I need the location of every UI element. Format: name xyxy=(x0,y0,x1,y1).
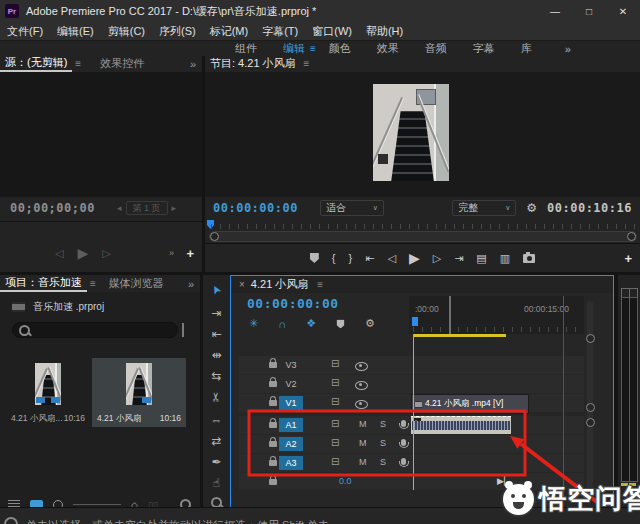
timeline-ruler[interactable]: :00:00 00:00:15:00 xyxy=(409,296,584,334)
track-badge-a1[interactable]: A1 xyxy=(279,418,303,432)
source-step-back-icon[interactable]: ◁ xyxy=(55,247,63,260)
minimize-button[interactable]: — xyxy=(538,0,572,22)
timeline-playhead-handle[interactable] xyxy=(412,317,418,326)
source-step-forward-icon[interactable]: ▷ xyxy=(102,247,110,260)
track-output-eye-icon[interactable] xyxy=(355,362,368,371)
tool-rolling-edit[interactable]: ⇹ xyxy=(203,348,230,362)
track-output-eye-icon[interactable] xyxy=(355,400,368,409)
menu-marker[interactable]: 标记(M) xyxy=(203,24,256,39)
program-add-button[interactable]: + xyxy=(624,251,632,266)
menu-title[interactable]: 字幕(T) xyxy=(255,24,305,39)
sync-lock-icon[interactable]: ⊟ xyxy=(331,358,339,369)
timeline-vscrollbar[interactable] xyxy=(587,301,593,491)
voiceover-mic-icon[interactable] xyxy=(401,439,406,446)
linked-selection-icon[interactable]: ❖ xyxy=(306,317,316,330)
menu-window[interactable]: 窗口(W) xyxy=(305,24,359,39)
mute-button[interactable]: M xyxy=(359,457,367,467)
source-page-selector[interactable]: 第 1 页 xyxy=(126,201,168,215)
program-goto-out-icon[interactable]: ⇥ xyxy=(454,252,463,265)
video-clip[interactable]: 4.21 小风扇 .mp4 [V] xyxy=(411,394,529,414)
track-badge-v2[interactable]: V2 xyxy=(279,377,303,391)
audio-clip[interactable]: fx xyxy=(411,416,511,434)
lock-icon[interactable] xyxy=(269,460,277,466)
track-badge-v3[interactable]: V3 xyxy=(279,358,303,372)
project-overflow-icon[interactable]: » xyxy=(188,278,194,290)
tool-rate-stretch[interactable]: ⇆ xyxy=(203,369,230,383)
track-badge-v1[interactable]: V1 xyxy=(279,396,303,410)
lock-icon[interactable] xyxy=(269,381,277,387)
sync-lock-icon[interactable]: ⊟ xyxy=(331,396,339,407)
program-export-frame-icon[interactable] xyxy=(523,254,535,263)
mute-button[interactable]: M xyxy=(359,438,367,448)
program-settings-wrench-icon[interactable]: ⚙ xyxy=(526,201,537,215)
menu-clip[interactable]: 剪辑(C) xyxy=(101,24,152,39)
tool-pen[interactable]: ✒ xyxy=(203,455,230,469)
track-master[interactable]: 0.0 ▶▏ xyxy=(239,473,584,490)
voiceover-mic-icon[interactable] xyxy=(401,458,406,465)
solo-button[interactable]: S xyxy=(380,457,386,467)
source-add-button[interactable]: + xyxy=(186,246,194,261)
program-extract-icon[interactable]: ▥ xyxy=(500,252,510,265)
voiceover-mic-icon[interactable] xyxy=(401,420,406,427)
source-overflow-icon[interactable]: » xyxy=(190,58,196,70)
tool-track-select-forward[interactable]: ⇥ xyxy=(203,306,230,320)
solo-button[interactable]: S xyxy=(380,419,386,429)
source-prev-page-icon[interactable]: ◂ xyxy=(117,203,122,213)
track-v2[interactable]: V2 ⊟ xyxy=(239,375,584,393)
project-search-box[interactable] xyxy=(12,322,178,338)
keyframe-nav-icon[interactable]: ▶▏ xyxy=(497,476,511,486)
tool-selection[interactable]: ➤ xyxy=(203,283,230,297)
maximize-button[interactable]: □ xyxy=(572,0,606,22)
program-play-icon[interactable]: ▶ xyxy=(409,250,420,266)
workspace-tab-library[interactable]: 库 xyxy=(508,41,545,56)
master-gain-value[interactable]: 0.0 xyxy=(339,476,352,486)
program-step-back-icon[interactable]: ◁ xyxy=(387,252,395,265)
workspace-tab-color[interactable]: 颜色 xyxy=(316,41,364,56)
timeline-settings-wrench-icon[interactable]: ⚙ xyxy=(365,317,375,330)
tool-hand[interactable]: ☝ xyxy=(203,476,230,490)
timeline-menu-icon[interactable]: ≡ xyxy=(317,279,323,290)
timeline-close-icon[interactable]: × xyxy=(239,279,245,290)
workspace-tab-assembly[interactable]: 组件 xyxy=(222,41,270,56)
workspace-tab-titles[interactable]: 字幕 xyxy=(460,41,508,56)
menu-file[interactable]: 文件(F) xyxy=(0,24,50,39)
lock-icon[interactable] xyxy=(269,362,277,368)
work-area-bar[interactable] xyxy=(413,334,506,337)
sync-lock-icon[interactable]: ⊟ xyxy=(331,377,339,388)
program-mark-out-icon[interactable]: } xyxy=(349,252,353,264)
menu-sequence[interactable]: 序列(S) xyxy=(152,24,203,39)
tool-ripple-edit[interactable]: ⇤ xyxy=(203,327,230,341)
close-button[interactable]: ✕ xyxy=(606,0,640,22)
lock-icon[interactable] xyxy=(269,441,277,447)
tool-slip[interactable]: ⇔ xyxy=(203,413,230,427)
tab-media-browser[interactable]: 媒体浏览器 xyxy=(104,276,169,291)
lock-icon[interactable] xyxy=(269,400,277,406)
tab-effect-controls[interactable]: 效果控件 xyxy=(95,56,149,71)
new-bin-icon[interactable] xyxy=(182,323,184,337)
tab-program[interactable]: 节目: 4.21 小风扇 xyxy=(205,56,301,71)
project-file-row[interactable]: 音乐加速 .prproj xyxy=(12,300,104,314)
track-a3[interactable]: A3 ⊟ M S xyxy=(239,454,584,472)
workspace-tab-effects[interactable]: 效果 xyxy=(364,41,412,56)
source-play-icon[interactable]: ▶ xyxy=(77,245,88,261)
snap-icon[interactable]: ∩ xyxy=(278,318,286,330)
track-badge-a3[interactable]: A3 xyxy=(279,456,303,470)
source-panel-menu-icon[interactable]: ≡ xyxy=(75,58,81,69)
solo-button[interactable]: S xyxy=(380,438,386,448)
program-quality-select[interactable]: 完整∨ xyxy=(452,200,516,216)
program-lift-icon[interactable]: ▤ xyxy=(476,252,486,265)
project-item-2[interactable]: 4.21 小风扇 10:16 xyxy=(92,358,186,427)
workspace-overflow-icon[interactable]: » xyxy=(565,43,571,55)
track-output-eye-icon[interactable] xyxy=(355,381,368,390)
track-v3[interactable]: V3 ⊟ xyxy=(239,356,584,374)
mute-button[interactable]: M xyxy=(359,419,367,429)
source-more-icon[interactable]: » xyxy=(169,248,174,258)
program-add-marker-icon[interactable] xyxy=(310,253,319,263)
vscroll-handle-top[interactable] xyxy=(586,334,595,343)
tab-source[interactable]: 源：(无剪辑) xyxy=(0,55,72,72)
search-input[interactable] xyxy=(35,324,171,337)
program-mark-in-icon[interactable]: { xyxy=(332,252,336,264)
sync-lock-icon[interactable]: ⊟ xyxy=(331,437,339,448)
source-next-page-icon[interactable]: ▸ xyxy=(172,203,177,213)
tab-project[interactable]: 项目：音乐加速 xyxy=(0,275,87,292)
